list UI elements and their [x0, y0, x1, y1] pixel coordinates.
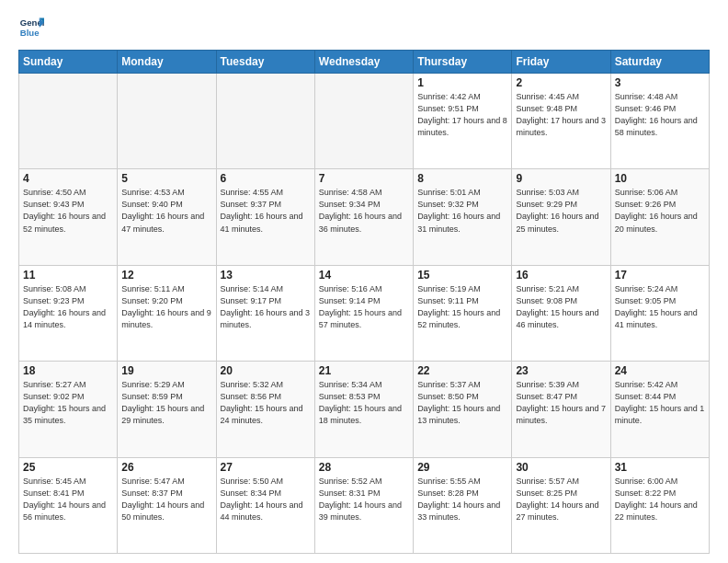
logo: General Blue [18, 15, 44, 40]
weekday-header: Monday [118, 51, 216, 74]
day-number: 20 [221, 364, 311, 377]
day-info: Sunrise: 4:50 AM Sunset: 9:43 PM Dayligh… [23, 187, 113, 235]
calendar-cell: 14Sunrise: 5:16 AM Sunset: 9:14 PM Dayli… [314, 265, 413, 361]
day-number: 3 [615, 76, 705, 89]
day-number: 5 [121, 172, 211, 185]
calendar-cell: 19Sunrise: 5:29 AM Sunset: 8:59 PM Dayli… [118, 362, 216, 457]
day-info: Sunrise: 5:11 AM Sunset: 9:20 PM Dayligh… [121, 283, 211, 331]
weekday-header: Friday [512, 51, 610, 74]
calendar-cell: 3Sunrise: 4:48 AM Sunset: 9:46 PM Daylig… [610, 74, 709, 169]
day-number: 24 [615, 364, 705, 377]
day-number: 19 [121, 364, 211, 377]
day-number: 30 [516, 461, 606, 474]
calendar-cell [19, 74, 118, 169]
day-number: 9 [516, 172, 606, 185]
day-number: 8 [417, 172, 507, 185]
calendar-cell [118, 74, 216, 169]
calendar-cell: 1Sunrise: 4:42 AM Sunset: 9:51 PM Daylig… [414, 74, 512, 169]
calendar-cell: 23Sunrise: 5:39 AM Sunset: 8:47 PM Dayli… [512, 362, 610, 457]
header: General Blue [18, 15, 710, 40]
day-info: Sunrise: 5:06 AM Sunset: 9:26 PM Dayligh… [615, 187, 705, 235]
calendar-cell: 16Sunrise: 5:21 AM Sunset: 9:08 PM Dayli… [512, 265, 610, 361]
day-number: 17 [615, 269, 705, 282]
day-info: Sunrise: 6:00 AM Sunset: 8:22 PM Dayligh… [615, 476, 705, 523]
day-info: Sunrise: 4:55 AM Sunset: 9:37 PM Dayligh… [221, 187, 311, 235]
calendar-cell: 4Sunrise: 4:50 AM Sunset: 9:43 PM Daylig… [19, 169, 118, 265]
calendar-cell: 12Sunrise: 5:11 AM Sunset: 9:20 PM Dayli… [118, 265, 216, 361]
day-info: Sunrise: 5:39 AM Sunset: 8:47 PM Dayligh… [516, 379, 606, 427]
day-number: 4 [23, 172, 113, 185]
day-info: Sunrise: 4:58 AM Sunset: 9:34 PM Dayligh… [319, 187, 409, 235]
calendar-week-row: 11Sunrise: 5:08 AM Sunset: 9:23 PM Dayli… [19, 265, 710, 361]
day-info: Sunrise: 5:19 AM Sunset: 9:11 PM Dayligh… [417, 283, 507, 331]
calendar-cell: 27Sunrise: 5:50 AM Sunset: 8:34 PM Dayli… [216, 457, 314, 553]
day-info: Sunrise: 5:42 AM Sunset: 8:44 PM Dayligh… [615, 379, 705, 427]
page: General Blue SundayMondayTuesdayWednesda… [0, 0, 728, 563]
day-info: Sunrise: 5:08 AM Sunset: 9:23 PM Dayligh… [23, 283, 113, 331]
day-number: 1 [417, 76, 507, 89]
calendar-cell [216, 74, 314, 169]
day-number: 7 [319, 172, 409, 185]
day-number: 18 [23, 364, 113, 377]
calendar-cell: 10Sunrise: 5:06 AM Sunset: 9:26 PM Dayli… [610, 169, 709, 265]
calendar-cell: 5Sunrise: 4:53 AM Sunset: 9:40 PM Daylig… [118, 169, 216, 265]
calendar-cell: 17Sunrise: 5:24 AM Sunset: 9:05 PM Dayli… [610, 265, 709, 361]
calendar-cell: 21Sunrise: 5:34 AM Sunset: 8:53 PM Dayli… [314, 362, 413, 457]
weekday-header-row: SundayMondayTuesdayWednesdayThursdayFrid… [19, 51, 710, 74]
day-number: 10 [615, 172, 705, 185]
calendar-cell: 18Sunrise: 5:27 AM Sunset: 9:02 PM Dayli… [19, 362, 118, 457]
calendar-cell: 29Sunrise: 5:55 AM Sunset: 8:28 PM Dayli… [414, 457, 512, 553]
day-number: 13 [221, 269, 311, 282]
day-info: Sunrise: 5:34 AM Sunset: 8:53 PM Dayligh… [319, 379, 409, 427]
calendar-cell [314, 74, 413, 169]
calendar-cell: 24Sunrise: 5:42 AM Sunset: 8:44 PM Dayli… [610, 362, 709, 457]
calendar-cell: 30Sunrise: 5:57 AM Sunset: 8:25 PM Dayli… [512, 457, 610, 553]
day-info: Sunrise: 5:45 AM Sunset: 8:41 PM Dayligh… [23, 476, 113, 523]
calendar-cell: 2Sunrise: 4:45 AM Sunset: 9:48 PM Daylig… [512, 74, 610, 169]
calendar-cell: 11Sunrise: 5:08 AM Sunset: 9:23 PM Dayli… [19, 265, 118, 361]
day-info: Sunrise: 5:50 AM Sunset: 8:34 PM Dayligh… [221, 476, 311, 523]
day-number: 15 [417, 269, 507, 282]
svg-text:Blue: Blue [20, 28, 40, 38]
day-number: 6 [221, 172, 311, 185]
calendar-cell: 9Sunrise: 5:03 AM Sunset: 9:29 PM Daylig… [512, 169, 610, 265]
day-info: Sunrise: 5:21 AM Sunset: 9:08 PM Dayligh… [516, 283, 606, 331]
day-number: 12 [121, 269, 211, 282]
day-number: 22 [417, 364, 507, 377]
calendar-cell: 15Sunrise: 5:19 AM Sunset: 9:11 PM Dayli… [414, 265, 512, 361]
day-info: Sunrise: 5:24 AM Sunset: 9:05 PM Dayligh… [615, 283, 705, 331]
calendar-cell: 31Sunrise: 6:00 AM Sunset: 8:22 PM Dayli… [610, 457, 709, 553]
day-number: 31 [615, 461, 705, 474]
day-number: 29 [417, 461, 507, 474]
day-info: Sunrise: 5:29 AM Sunset: 8:59 PM Dayligh… [121, 379, 211, 427]
day-number: 27 [221, 461, 311, 474]
day-info: Sunrise: 5:01 AM Sunset: 9:32 PM Dayligh… [417, 187, 507, 235]
day-info: Sunrise: 4:42 AM Sunset: 9:51 PM Dayligh… [417, 91, 507, 139]
calendar-week-row: 18Sunrise: 5:27 AM Sunset: 9:02 PM Dayli… [19, 362, 710, 457]
day-number: 23 [516, 364, 606, 377]
weekday-header: Wednesday [314, 51, 413, 74]
logo-icon: General Blue [18, 15, 44, 40]
calendar-cell: 7Sunrise: 4:58 AM Sunset: 9:34 PM Daylig… [314, 169, 413, 265]
day-info: Sunrise: 5:55 AM Sunset: 8:28 PM Dayligh… [417, 476, 507, 523]
day-info: Sunrise: 5:37 AM Sunset: 8:50 PM Dayligh… [417, 379, 507, 427]
calendar-cell: 8Sunrise: 5:01 AM Sunset: 9:32 PM Daylig… [414, 169, 512, 265]
calendar-cell: 26Sunrise: 5:47 AM Sunset: 8:37 PM Dayli… [118, 457, 216, 553]
calendar-cell: 25Sunrise: 5:45 AM Sunset: 8:41 PM Dayli… [19, 457, 118, 553]
weekday-header: Sunday [19, 51, 118, 74]
calendar-cell: 22Sunrise: 5:37 AM Sunset: 8:50 PM Dayli… [414, 362, 512, 457]
day-info: Sunrise: 4:53 AM Sunset: 9:40 PM Dayligh… [121, 187, 211, 235]
day-number: 11 [23, 269, 113, 282]
day-info: Sunrise: 4:48 AM Sunset: 9:46 PM Dayligh… [615, 91, 705, 139]
day-number: 14 [319, 269, 409, 282]
day-number: 21 [319, 364, 409, 377]
calendar-cell: 13Sunrise: 5:14 AM Sunset: 9:17 PM Dayli… [216, 265, 314, 361]
calendar-week-row: 25Sunrise: 5:45 AM Sunset: 8:41 PM Dayli… [19, 457, 710, 553]
calendar-week-row: 4Sunrise: 4:50 AM Sunset: 9:43 PM Daylig… [19, 169, 710, 265]
day-info: Sunrise: 5:27 AM Sunset: 9:02 PM Dayligh… [23, 379, 113, 427]
day-info: Sunrise: 5:16 AM Sunset: 9:14 PM Dayligh… [319, 283, 409, 331]
day-info: Sunrise: 5:47 AM Sunset: 8:37 PM Dayligh… [121, 476, 211, 523]
day-info: Sunrise: 5:57 AM Sunset: 8:25 PM Dayligh… [516, 476, 606, 523]
day-info: Sunrise: 4:45 AM Sunset: 9:48 PM Dayligh… [516, 91, 606, 139]
day-info: Sunrise: 5:52 AM Sunset: 8:31 PM Dayligh… [319, 476, 409, 523]
